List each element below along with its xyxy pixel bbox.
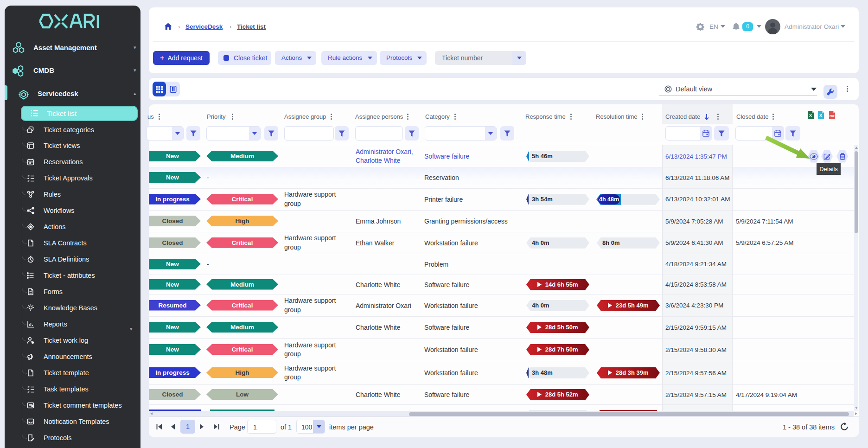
svg-text:PDF: PDF xyxy=(830,115,835,117)
svg-text:X: X xyxy=(819,113,822,118)
svg-text:X: X xyxy=(809,113,812,118)
